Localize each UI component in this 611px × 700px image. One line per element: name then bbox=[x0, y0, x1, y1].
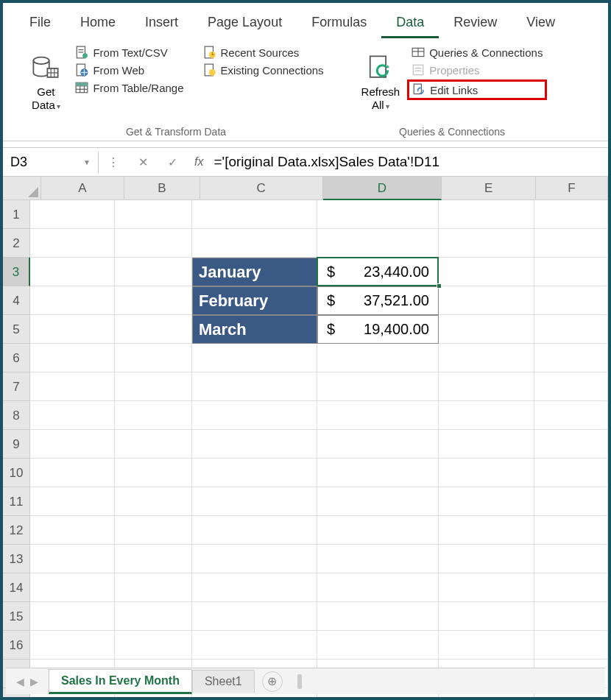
cell-C11[interactable] bbox=[192, 487, 317, 516]
cell-B10[interactable] bbox=[115, 459, 192, 487]
cell-E14[interactable] bbox=[439, 573, 534, 602]
cell-D2[interactable] bbox=[317, 229, 439, 258]
cell-D15[interactable] bbox=[317, 602, 439, 631]
from-table-button[interactable]: From Table/Range bbox=[71, 79, 188, 96]
row-header-12[interactable]: 12 bbox=[3, 516, 30, 545]
cell-C14[interactable] bbox=[192, 573, 317, 602]
cell-A14[interactable] bbox=[30, 573, 115, 602]
cell-F4[interactable] bbox=[534, 286, 608, 315]
cell-D4[interactable]: $37,521.00 bbox=[317, 286, 439, 315]
cell-F8[interactable] bbox=[534, 401, 608, 430]
cell-E11[interactable] bbox=[439, 487, 534, 516]
cell-A10[interactable] bbox=[30, 459, 115, 487]
cell-E2[interactable] bbox=[439, 229, 534, 258]
cell-A4[interactable] bbox=[30, 286, 115, 315]
cell-B14[interactable] bbox=[115, 573, 192, 602]
cell-B11[interactable] bbox=[115, 487, 192, 516]
row-header-9[interactable]: 9 bbox=[3, 430, 30, 459]
cell-E9[interactable] bbox=[439, 430, 534, 459]
cell-B12[interactable] bbox=[115, 516, 192, 545]
refresh-all-button[interactable]: RefreshAll▾ bbox=[357, 41, 405, 115]
cell-F5[interactable] bbox=[534, 315, 608, 344]
cell-D8[interactable] bbox=[317, 401, 439, 430]
cell-E4[interactable] bbox=[439, 286, 534, 315]
cell-F14[interactable] bbox=[534, 573, 608, 602]
cell-C1[interactable] bbox=[192, 200, 317, 229]
tab-file[interactable]: File bbox=[15, 9, 66, 38]
cell-D7[interactable] bbox=[317, 372, 439, 401]
cell-D9[interactable] bbox=[317, 430, 439, 459]
cell-D6[interactable] bbox=[317, 344, 439, 372]
fx-icon[interactable]: fx bbox=[187, 155, 211, 169]
tab-formulas[interactable]: Formulas bbox=[297, 9, 381, 38]
tab-review[interactable]: Review bbox=[439, 9, 512, 38]
cell-F6[interactable] bbox=[534, 344, 608, 372]
col-header-B[interactable]: B bbox=[124, 177, 200, 200]
cell-E15[interactable] bbox=[439, 602, 534, 631]
cell-A6[interactable] bbox=[30, 344, 115, 372]
row-header-2[interactable]: 2 bbox=[3, 229, 30, 258]
cell-D13[interactable] bbox=[317, 545, 439, 573]
cell-F1[interactable] bbox=[534, 200, 608, 229]
cell-A12[interactable] bbox=[30, 516, 115, 545]
cell-A1[interactable] bbox=[30, 200, 115, 229]
recent-sources-button[interactable]: Recent Sources bbox=[199, 44, 328, 60]
cell-E16[interactable] bbox=[439, 631, 534, 660]
cell-F12[interactable] bbox=[534, 516, 608, 545]
cell-B3[interactable] bbox=[115, 258, 192, 286]
select-all-button[interactable] bbox=[3, 177, 41, 200]
tab-view[interactable]: View bbox=[512, 9, 570, 38]
row-header-15[interactable]: 15 bbox=[3, 602, 30, 631]
row-header-1[interactable]: 1 bbox=[3, 200, 30, 229]
cell-B2[interactable] bbox=[115, 229, 192, 258]
cell-F15[interactable] bbox=[534, 602, 608, 631]
add-sheet-button[interactable]: ⊕ bbox=[262, 671, 283, 692]
cell-E13[interactable] bbox=[439, 545, 534, 573]
tab-insert[interactable]: Insert bbox=[130, 9, 193, 38]
cell-A13[interactable] bbox=[30, 545, 115, 573]
cell-C9[interactable] bbox=[192, 430, 317, 459]
cell-F11[interactable] bbox=[534, 487, 608, 516]
cell-B7[interactable] bbox=[115, 372, 192, 401]
cell-D1[interactable] bbox=[317, 200, 439, 229]
tab-page-layout[interactable]: Page Layout bbox=[193, 9, 297, 38]
cell-A5[interactable] bbox=[30, 315, 115, 344]
cell-B13[interactable] bbox=[115, 545, 192, 573]
cell-B6[interactable] bbox=[115, 344, 192, 372]
cell-C10[interactable] bbox=[192, 459, 317, 487]
formula-input[interactable] bbox=[211, 151, 608, 173]
cell-F16[interactable] bbox=[534, 631, 608, 660]
cell-D10[interactable] bbox=[317, 459, 439, 487]
cell-B16[interactable] bbox=[115, 631, 192, 660]
cell-B9[interactable] bbox=[115, 430, 192, 459]
cancel-icon[interactable]: ✕ bbox=[128, 155, 158, 169]
cell-F2[interactable] bbox=[534, 229, 608, 258]
cell-F10[interactable] bbox=[534, 459, 608, 487]
cell-A8[interactable] bbox=[30, 401, 115, 430]
cell-A16[interactable] bbox=[30, 631, 115, 660]
cell-E8[interactable] bbox=[439, 401, 534, 430]
cell-C12[interactable] bbox=[192, 516, 317, 545]
nav-prev-icon[interactable]: ◀ bbox=[16, 676, 24, 687]
col-header-A[interactable]: A bbox=[41, 177, 124, 200]
cell-D14[interactable] bbox=[317, 573, 439, 602]
row-header-14[interactable]: 14 bbox=[3, 573, 30, 602]
fill-handle[interactable] bbox=[437, 283, 442, 289]
cell-D5[interactable]: $19,400.00 bbox=[317, 315, 439, 344]
cell-C3[interactable]: January bbox=[192, 258, 317, 286]
cell-A3[interactable] bbox=[30, 258, 115, 286]
row-header-6[interactable]: 6 bbox=[3, 344, 30, 372]
cell-C7[interactable] bbox=[192, 372, 317, 401]
cell-A11[interactable] bbox=[30, 487, 115, 516]
cell-F13[interactable] bbox=[534, 545, 608, 573]
cell-A2[interactable] bbox=[30, 229, 115, 258]
col-header-E[interactable]: E bbox=[442, 177, 536, 200]
col-header-D[interactable]: D bbox=[323, 177, 442, 200]
tab-data[interactable]: Data bbox=[381, 9, 439, 38]
cell-E10[interactable] bbox=[439, 459, 534, 487]
edit-links-button[interactable]: Edit Links bbox=[407, 79, 547, 100]
nav-next-icon[interactable]: ▶ bbox=[30, 676, 38, 687]
tab-home[interactable]: Home bbox=[66, 9, 130, 38]
cell-F7[interactable] bbox=[534, 372, 608, 401]
row-header-4[interactable]: 4 bbox=[3, 286, 30, 315]
